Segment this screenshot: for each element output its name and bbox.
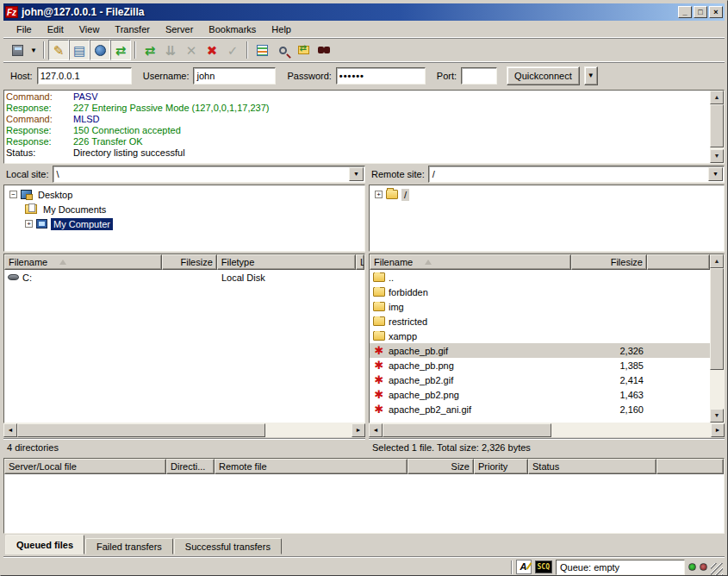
local-list-header: Filename Filesize Filetype L bbox=[4, 254, 364, 270]
scroll-right-icon[interactable]: ► bbox=[352, 423, 365, 437]
find-files-icon[interactable] bbox=[272, 40, 293, 60]
file-row[interactable]: ✱apache_pb2.png1,463 bbox=[370, 387, 710, 402]
scroll-left-icon[interactable]: ◄ bbox=[369, 423, 383, 437]
chevron-down-icon[interactable]: ▼ bbox=[349, 167, 364, 181]
scroll-thumb[interactable] bbox=[17, 423, 265, 437]
file-row[interactable]: .. bbox=[370, 270, 710, 285]
menu-view[interactable]: View bbox=[72, 22, 108, 36]
site-manager-dropdown-icon[interactable]: ▼ bbox=[28, 40, 40, 60]
file-row[interactable]: ✱apache_pb2.gif2,414 bbox=[370, 373, 710, 387]
log-line: Command:PASV bbox=[6, 91, 722, 103]
synchronized-browsing-icon[interactable] bbox=[293, 40, 314, 60]
menu-server[interactable]: Server bbox=[158, 22, 201, 36]
minimize-icon[interactable]: _ bbox=[678, 6, 692, 18]
scroll-up-icon[interactable]: ▲ bbox=[710, 254, 724, 268]
local-list-body[interactable]: C: Local Disk bbox=[4, 270, 364, 423]
remote-list-body[interactable]: .. forbidden img restricted xampp ✱apach… bbox=[370, 270, 710, 423]
remote-vscrollbar[interactable]: ▲ ▼ bbox=[710, 254, 724, 423]
menu-edit[interactable]: Edit bbox=[40, 22, 72, 36]
column-filesize[interactable]: Filesize bbox=[571, 254, 647, 270]
scroll-left-icon[interactable]: ◄ bbox=[3, 423, 17, 437]
tab-successful-transfers[interactable]: Successful transfers bbox=[174, 538, 282, 554]
scroll-right-icon[interactable]: ► bbox=[711, 423, 725, 437]
quickconnect-button[interactable]: Quickconnect bbox=[507, 66, 580, 85]
scroll-down-icon[interactable]: ▼ bbox=[710, 149, 724, 163]
collapse-icon[interactable]: − bbox=[9, 191, 17, 198]
tree-item-root[interactable]: + / bbox=[370, 187, 724, 202]
scroll-up-icon[interactable]: ▲ bbox=[710, 91, 724, 104]
tree-item-desktop[interactable]: − Desktop bbox=[4, 187, 364, 202]
column-filetype[interactable]: Filetype bbox=[217, 254, 356, 270]
tree-item-my-documents[interactable]: My Documents bbox=[4, 202, 364, 216]
speed-limit-badge[interactable]: SCQ bbox=[535, 560, 552, 573]
transfer-queue[interactable]: Server/Local file Directi... Remote file… bbox=[3, 458, 725, 534]
file-row[interactable]: forbidden bbox=[370, 285, 710, 299]
column-priority[interactable]: Priority bbox=[474, 459, 528, 474]
menu-help[interactable]: Help bbox=[264, 22, 299, 36]
column-filename[interactable]: Filename bbox=[370, 254, 571, 270]
file-row[interactable]: ✱apache_pb.png1,385 bbox=[370, 358, 710, 373]
host-input[interactable] bbox=[37, 67, 132, 85]
local-tree[interactable]: − Desktop My Documents + My Computer bbox=[3, 185, 365, 252]
toggle-local-tree-icon[interactable]: ▤ bbox=[69, 40, 90, 60]
toggle-message-log-icon[interactable]: ✎ bbox=[48, 40, 69, 60]
file-row[interactable]: img bbox=[370, 299, 710, 314]
column-filesize[interactable]: Filesize bbox=[162, 254, 217, 270]
file-row-selected[interactable]: ✱apache_pb.gif2,326 bbox=[370, 343, 710, 358]
log-scrollbar[interactable]: ▲ ▼ bbox=[710, 91, 724, 163]
message-log[interactable]: Command:PASV Response:227 Entering Passi… bbox=[3, 90, 725, 164]
queue-body[interactable] bbox=[4, 474, 724, 533]
password-input[interactable] bbox=[336, 67, 426, 85]
titlebar[interactable]: Fz john@127.0.0.1 - FileZilla _ □ × bbox=[3, 3, 725, 21]
refresh-icon[interactable]: ⇄ bbox=[140, 40, 160, 60]
column-status[interactable]: Status bbox=[528, 459, 656, 474]
directory-comparison-icon[interactable] bbox=[252, 40, 272, 60]
column-remote-file[interactable]: Remote file bbox=[215, 459, 408, 474]
column-server-local-file[interactable]: Server/Local file bbox=[4, 459, 166, 474]
expand-icon[interactable]: + bbox=[375, 191, 383, 198]
file-row[interactable]: xampp bbox=[370, 329, 710, 343]
column-filename[interactable]: Filename bbox=[4, 254, 162, 270]
toggle-transfer-queue-icon[interactable]: ⇄ bbox=[110, 40, 131, 60]
remote-site-combo[interactable]: / ▼ bbox=[428, 166, 725, 183]
chevron-down-icon[interactable]: ▼ bbox=[708, 167, 723, 181]
scroll-thumb[interactable] bbox=[383, 423, 551, 437]
maximize-icon[interactable]: □ bbox=[694, 6, 707, 18]
file-row[interactable]: restricted bbox=[370, 314, 710, 329]
menu-transfer[interactable]: Transfer bbox=[107, 22, 158, 36]
column-direction[interactable]: Directi... bbox=[166, 459, 215, 474]
tab-failed-transfers[interactable]: Failed transfers bbox=[85, 538, 173, 554]
scroll-thumb[interactable] bbox=[710, 268, 724, 370]
username-input[interactable] bbox=[193, 67, 276, 85]
column-last-modified[interactable]: L bbox=[356, 254, 364, 270]
disconnect-icon[interactable]: ✖ bbox=[202, 40, 222, 60]
remote-hscrollbar[interactable]: ◄ ► bbox=[369, 423, 725, 437]
abort-icon[interactable]: ✓ bbox=[222, 40, 243, 60]
site-manager-icon[interactable] bbox=[7, 40, 28, 60]
local-hscrollbar[interactable]: ◄ ► bbox=[3, 423, 365, 437]
tree-item-my-computer[interactable]: + My Computer bbox=[4, 216, 364, 231]
menu-file[interactable]: File bbox=[9, 22, 40, 36]
toggle-remote-tree-icon[interactable] bbox=[90, 40, 110, 60]
file-row[interactable]: ✱apache_pb2_ani.gif2,160 bbox=[370, 402, 710, 416]
file-row-c-drive[interactable]: C: Local Disk bbox=[4, 270, 364, 285]
port-input[interactable] bbox=[461, 67, 497, 85]
remote-tree[interactable]: + / bbox=[369, 185, 725, 252]
tab-queued-files[interactable]: Queued files bbox=[5, 535, 84, 554]
expand-icon[interactable]: + bbox=[25, 220, 33, 228]
filter-icon[interactable] bbox=[314, 40, 334, 60]
quickconnect-dropdown-icon[interactable]: ▼ bbox=[584, 66, 598, 85]
local-file-list[interactable]: Filename Filesize Filetype L C: Local Di… bbox=[3, 254, 365, 423]
process-queue-icon[interactable]: ⇊ bbox=[160, 40, 181, 60]
menubar: File Edit View Transfer Server Bookmarks… bbox=[3, 21, 725, 38]
scroll-thumb[interactable] bbox=[710, 104, 724, 147]
remote-file-list[interactable]: Filename Filesize .. forbidden img restr… bbox=[369, 254, 725, 423]
resize-grip[interactable] bbox=[711, 563, 723, 575]
cancel-operation-icon[interactable]: ✕ bbox=[181, 40, 202, 60]
local-site-combo[interactable]: \ ▼ bbox=[53, 166, 365, 183]
transfer-type-ascii-icon[interactable]: A bbox=[516, 560, 532, 574]
close-icon[interactable]: × bbox=[709, 6, 723, 18]
scroll-down-icon[interactable]: ▼ bbox=[710, 409, 724, 423]
menu-bookmarks[interactable]: Bookmarks bbox=[201, 22, 264, 36]
column-size[interactable]: Size bbox=[408, 459, 474, 474]
